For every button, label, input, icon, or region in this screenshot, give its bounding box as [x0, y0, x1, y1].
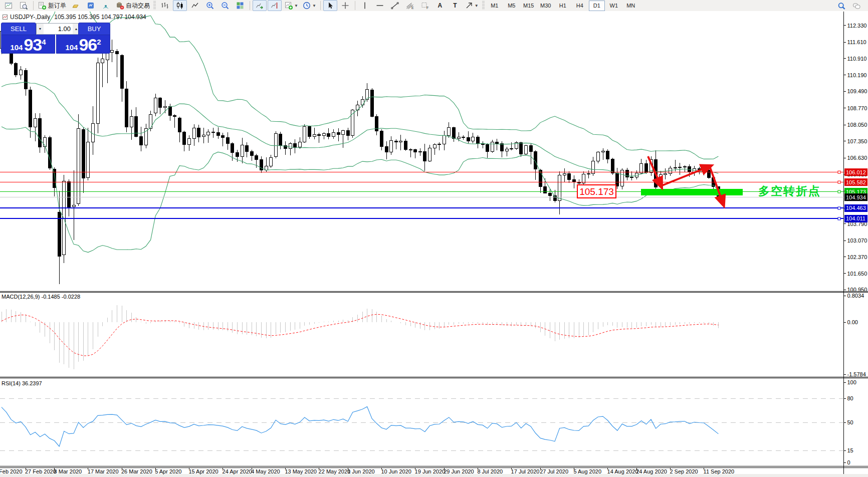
- line-anchor-handle[interactable]: [838, 181, 840, 183]
- sell-button[interactable]: SELL: [1, 23, 36, 35]
- candle-body: [399, 141, 402, 142]
- candle-body: [346, 131, 349, 136]
- candle-body: [187, 139, 190, 145]
- time-axis-label: 17 Jul 2020: [511, 468, 540, 474]
- time-axis-label: 27 Feb 2020: [25, 468, 56, 474]
- candle-body: [289, 143, 292, 148]
- candle-body: [491, 142, 494, 152]
- time-axis-label: 5 Aug 2020: [573, 468, 601, 474]
- candle-body: [476, 137, 479, 144]
- svg-text:100.950: 100.950: [847, 287, 867, 293]
- candle-body: [72, 205, 75, 207]
- candle-body: [616, 173, 619, 186]
- candle-body: [390, 140, 393, 152]
- candle-body: [101, 59, 104, 63]
- svg-text:110.910: 110.910: [847, 56, 867, 62]
- svg-text:108.050: 108.050: [847, 122, 867, 128]
- price-level-badge: 105.582: [844, 178, 867, 186]
- buy-button[interactable]: BUY: [78, 23, 110, 35]
- candle-body: [183, 132, 186, 145]
- time-axis-label: 26 Mar 2020: [121, 468, 152, 474]
- line-anchor-handle[interactable]: [838, 217, 840, 220]
- svg-text:111.610: 111.610: [847, 39, 866, 45]
- candle-body: [640, 164, 643, 173]
- line-anchor-handle[interactable]: [838, 171, 840, 173]
- candle-body: [563, 174, 566, 175]
- candle-body: [683, 166, 686, 167]
- candle-body: [380, 131, 383, 147]
- chart-ohlc-values: 105.395 105.395 104.797 104.934: [54, 14, 146, 21]
- candle-body: [467, 138, 470, 141]
- candle-body: [644, 164, 647, 173]
- line-anchor-handle[interactable]: [838, 190, 840, 193]
- buy-price-integer: 104: [65, 43, 78, 53]
- candle-body: [298, 142, 301, 147]
- line-anchor-handle[interactable]: [838, 207, 840, 209]
- candle-body: [351, 110, 354, 136]
- candle-body: [130, 116, 133, 127]
- candle-body: [520, 143, 523, 154]
- time-axis-label: 2 Sep 2020: [670, 468, 698, 474]
- zone-annotation-text[interactable]: 多空转折点: [758, 184, 821, 197]
- candle-body: [630, 177, 633, 177]
- candle-body: [448, 128, 451, 136]
- svg-text:106.630: 106.630: [847, 155, 867, 161]
- candle-body: [120, 55, 123, 88]
- candle-body: [496, 142, 499, 143]
- chart-symbol-period: USDJPY-,Daily: [10, 14, 50, 21]
- candle-body: [524, 146, 527, 154]
- chart-symbol-icon: [3, 15, 8, 20]
- price-level-badge: 104.011: [844, 215, 867, 222]
- mt4-terminal: 新订单自动交易▼▼EFAT▼M1M5M15M30H1H4D1W1MN USDJP…: [0, 0, 868, 477]
- candle-body: [159, 98, 162, 108]
- time-axis-label: 27 Jul 2020: [540, 468, 568, 474]
- svg-text:0.8034: 0.8034: [847, 293, 864, 299]
- time-axis-label: 10 Jun 2020: [381, 468, 411, 474]
- support-zone-rectangle[interactable]: [641, 189, 743, 195]
- candle-body: [29, 90, 32, 127]
- time-axis-label: 5 Apr 2020: [155, 468, 181, 474]
- candle-body: [255, 155, 258, 159]
- svg-text:103.070: 103.070: [847, 237, 867, 244]
- svg-text:108.770: 108.770: [847, 105, 867, 111]
- candle-body: [370, 90, 373, 116]
- price-level-badge: 106.012: [844, 168, 867, 176]
- svg-text:106.012: 106.012: [846, 169, 866, 175]
- candle-body: [135, 117, 138, 136]
- candle-body: [154, 98, 157, 113]
- candle-body: [337, 132, 340, 134]
- candle-body: [418, 151, 421, 152]
- volume-value[interactable]: 1.00: [44, 25, 73, 33]
- candle-body: [385, 146, 388, 152]
- candle-body: [375, 117, 378, 131]
- chart-title: USDJPY-,Daily 105.395 105.395 104.797 10…: [3, 14, 146, 21]
- time-axis-label: 13 May 2020: [285, 468, 317, 474]
- time-axis-label: 14 Aug 2020: [607, 468, 638, 474]
- candle-body: [606, 151, 609, 159]
- price-level-badge: 104.934: [844, 193, 867, 201]
- volume-decrease-button[interactable]: ▼: [37, 24, 44, 34]
- candle-body: [197, 128, 200, 137]
- chart-canvas[interactable]: 112.330111.610110.910110.190109.490108.7…: [0, 0, 868, 477]
- time-axis-label: 18 Feb 2020: [0, 468, 23, 474]
- candle-body: [294, 143, 297, 147]
- candle-body: [303, 126, 306, 142]
- time-axis-label: 4 May 2020: [251, 468, 280, 474]
- candle-body: [207, 132, 210, 135]
- sell-price-box[interactable]: 104 93 4: [1, 34, 55, 54]
- candle-body: [15, 63, 18, 75]
- time-axis-label: 24 Apr 2020: [223, 468, 252, 474]
- candle-body: [63, 181, 66, 255]
- candle-body: [53, 169, 56, 187]
- candle-body: [592, 161, 595, 174]
- time-axis-label: 8 Jul 2020: [477, 468, 503, 474]
- one-click-trading-panel: SELL ▼ 1.00 ▲ BUY 104 93 4 104 96 2: [1, 23, 110, 54]
- candle-body: [664, 173, 667, 174]
- candle-body: [587, 174, 590, 174]
- candle-body: [163, 107, 166, 107]
- buy-price-box[interactable]: 104 96 2: [56, 34, 110, 54]
- candle-body: [231, 143, 234, 153]
- svg-text:80: 80: [847, 395, 853, 401]
- time-axis: 18 Feb 202027 Feb 20208 Mar 202017 Mar 2…: [0, 467, 734, 474]
- svg-text:101.650: 101.650: [847, 271, 867, 277]
